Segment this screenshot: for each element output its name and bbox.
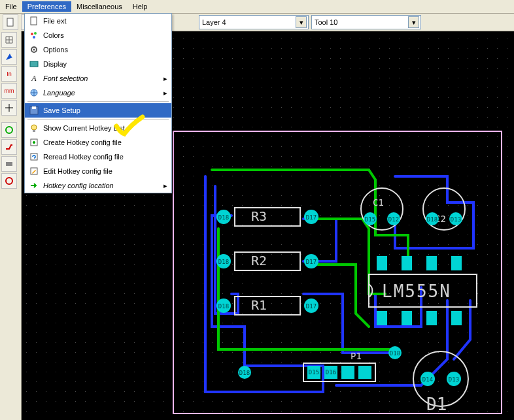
chevron-right-icon: ▸	[163, 74, 167, 83]
target-green-icon	[5, 125, 14, 135]
svg-text:R3: R3	[251, 208, 267, 224]
chevron-right-icon: ▸	[163, 182, 167, 190]
target-red-icon	[5, 176, 14, 186]
menu-file-ext[interactable]: File ext	[25, 14, 171, 28]
menu-create-hotkey[interactable]: Create Hotkey config file	[25, 135, 171, 150]
component-lm555n: LM555N	[369, 256, 477, 325]
svg-rect-68	[30, 61, 38, 67]
save-icon	[29, 105, 39, 116]
arrow-right-icon	[29, 180, 39, 191]
menu-hotkey-location[interactable]: Hotkey config location ▸	[25, 178, 171, 193]
svg-point-67	[33, 49, 35, 51]
mm-icon: mm	[5, 88, 14, 94]
menu-display[interactable]: Display	[25, 57, 171, 71]
tool-shape-red[interactable]	[1, 139, 17, 155]
svg-text:D14: D14	[422, 376, 433, 383]
tool-circle-red[interactable]	[1, 173, 17, 189]
globe-icon	[29, 88, 39, 98]
component-r1: D18 R1 D17	[216, 297, 318, 315]
svg-text:R1: R1	[251, 297, 267, 313]
arrow-icon	[5, 52, 14, 61]
menu-reread-hotkey[interactable]: Reread Hotkey config file	[25, 150, 171, 164]
svg-text:LM555N: LM555N	[382, 282, 451, 301]
svg-point-72	[31, 125, 37, 130]
svg-text:D18: D18	[390, 350, 400, 357]
gear-icon	[29, 44, 39, 55]
cursor-icon	[5, 103, 14, 112]
svg-text:D17: D17	[306, 303, 317, 310]
tool-circle-green[interactable]	[1, 122, 17, 138]
menu-edit-hotkey[interactable]: Edit Hotkey config file	[25, 164, 171, 178]
svg-rect-43	[451, 311, 462, 325]
menu-colors[interactable]: Colors	[25, 28, 171, 42]
svg-point-65	[33, 36, 35, 39]
svg-point-1	[6, 127, 12, 133]
menu-preferences[interactable]: Preferences	[22, 1, 71, 12]
svg-point-63	[31, 33, 33, 35]
tool-cursor[interactable]	[1, 100, 17, 116]
svg-rect-12	[235, 252, 300, 270]
tool-units-mm[interactable]: mm	[1, 83, 17, 99]
hotkey-create-icon	[29, 137, 39, 148]
svg-rect-52	[341, 366, 354, 379]
left-toolbar: In mm	[0, 31, 22, 420]
menu-help[interactable]: Help	[128, 1, 153, 12]
menu-options[interactable]: Options	[25, 42, 171, 57]
pcb-layout: D18 R3 D17 D18 R2 D17 D18 R1 D17 C1 D15 …	[173, 131, 500, 412]
svg-text:D18: D18	[239, 370, 250, 376]
menu-separator	[27, 119, 169, 120]
preferences-dropdown: File ext Colors Options Display A Font s…	[24, 13, 172, 193]
document-icon	[6, 18, 15, 27]
svg-text:D18: D18	[218, 303, 229, 310]
component-d1: D1 D14 D13	[413, 351, 468, 412]
palette-icon	[29, 30, 39, 40]
grid-icon	[5, 35, 14, 44]
svg-point-64	[34, 32, 37, 35]
tool-arrow[interactable]	[1, 49, 17, 65]
svg-rect-36	[377, 256, 387, 270]
menu-show-hotkey-list[interactable]: Show Current Hotkey List	[25, 121, 171, 135]
toolbar-button-1[interactable]	[3, 14, 18, 30]
file-ext-icon	[29, 16, 39, 26]
menu-save-setup[interactable]: Save Setup	[25, 103, 171, 118]
svg-rect-6	[235, 208, 300, 226]
tool-combo-value: Tool 10	[315, 18, 337, 26]
tool-units-in[interactable]: In	[1, 66, 17, 82]
svg-text:C1: C1	[373, 197, 384, 208]
svg-text:D13: D13	[451, 216, 461, 223]
menu-language[interactable]: Language ▸	[25, 86, 171, 100]
svg-text:D15: D15	[365, 216, 375, 223]
svg-rect-42	[426, 311, 437, 325]
svg-text:D16: D16	[326, 369, 336, 376]
chevron-right-icon: ▸	[163, 89, 167, 97]
component-r3: D18 R3 D17	[216, 208, 318, 226]
menu-separator	[27, 101, 169, 102]
svg-text:D13: D13	[449, 376, 459, 383]
menu-miscellaneous[interactable]: Miscellaneous	[71, 1, 128, 12]
chevron-down-icon: ▾	[296, 16, 307, 28]
svg-rect-62	[31, 17, 37, 25]
svg-text:D18: D18	[218, 214, 229, 221]
hotkey-edit-icon	[29, 166, 39, 176]
svg-rect-73	[33, 130, 35, 132]
layer-combo[interactable]: Layer 4 ▾	[199, 15, 309, 29]
svg-rect-39	[451, 256, 462, 270]
svg-rect-53	[358, 366, 371, 379]
tool-shape-grey[interactable]	[1, 156, 17, 172]
display-icon	[29, 59, 39, 69]
svg-rect-2	[6, 162, 12, 166]
component-icon	[5, 159, 14, 169]
svg-rect-18	[235, 297, 300, 315]
svg-text:D18: D18	[427, 216, 437, 223]
menu-font-selection[interactable]: A Font selection ▸	[25, 71, 171, 86]
svg-text:D12: D12	[388, 216, 399, 223]
svg-rect-75	[31, 153, 37, 160]
tool-grid[interactable]	[1, 32, 17, 48]
component-c2: C2 D18 D13	[423, 188, 465, 230]
menubar: File Preferences Miscellaneous Help	[0, 0, 514, 14]
svg-text:D17: D17	[306, 214, 317, 221]
track-red-icon	[5, 142, 14, 152]
menu-file[interactable]: File	[0, 1, 22, 12]
tool-combo[interactable]: Tool 10 ▾	[311, 15, 421, 29]
chevron-down-icon: ▾	[408, 16, 419, 28]
